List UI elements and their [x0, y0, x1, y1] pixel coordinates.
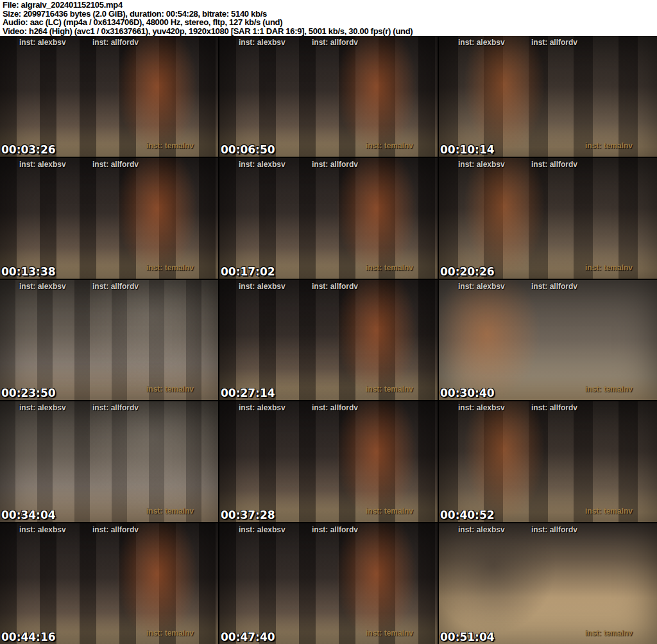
timestamp-overlay: 00:34:04: [1, 509, 56, 521]
timestamp-overlay: 00:27:14: [221, 387, 275, 399]
watermark-top-left: inst: alexbsv: [239, 403, 286, 412]
watermark-top-left: inst: alexbsv: [19, 160, 66, 169]
watermark-bottom: inst: temalnv: [585, 263, 633, 272]
file-name-line: File: algraiv_202401152105.mp4: [3, 1, 657, 10]
video-thumbnail: inst: alexbsv inst: allfordv inst: temal…: [439, 158, 657, 279]
thumbnail-image-placeholder: [0, 36, 218, 157]
file-metadata-header: File: algraiv_202401152105.mp4 Size: 209…: [0, 0, 657, 36]
watermark-top-right: inst: allfordv: [92, 160, 139, 169]
thumbnail-image-placeholder: [219, 280, 438, 401]
watermark-top-left: inst: alexbsv: [458, 160, 505, 169]
watermark-top-right: inst: allfordv: [531, 525, 577, 534]
timestamp-overlay: 00:13:38: [1, 265, 56, 278]
watermark-top-right: inst: allfordv: [531, 403, 577, 412]
video-thumbnail: inst: alexbsv inst: allfordv inst: temal…: [219, 280, 438, 401]
watermark-top-left: inst: alexbsv: [19, 525, 66, 534]
video-thumbnail: inst: alexbsv inst: allfordv inst: temal…: [0, 36, 218, 157]
watermark-top-right: inst: allfordv: [92, 525, 139, 534]
watermark-top-right: inst: allfordv: [312, 403, 358, 412]
thumbnail-image-placeholder: [219, 158, 438, 279]
video-thumbnail: inst: alexbsv inst: allfordv inst: temal…: [219, 401, 438, 522]
watermark-bottom: inst: temalnv: [585, 385, 633, 394]
thumbnail-image-placeholder: [219, 523, 438, 644]
watermark-top-left: inst: alexbsv: [458, 525, 505, 534]
timestamp-overlay: 00:47:40: [221, 631, 275, 643]
thumbnail-image-placeholder: [439, 158, 657, 279]
watermark-top-left: inst: alexbsv: [458, 403, 505, 412]
watermark-top-right: inst: allfordv: [312, 525, 358, 534]
timestamp-overlay: 00:10:14: [440, 143, 495, 156]
watermark-bottom: inst: temalnv: [585, 141, 633, 150]
watermark-top-right: inst: allfordv: [92, 38, 139, 47]
timestamp-overlay: 00:30:40: [440, 387, 495, 399]
watermark-top-left: inst: alexbsv: [19, 403, 66, 412]
watermark-bottom: inst: temalnv: [146, 385, 194, 394]
watermark-top-right: inst: allfordv: [531, 160, 577, 169]
thumbnail-image-placeholder: [219, 401, 438, 522]
thumbnail-image-placeholder: [0, 280, 218, 401]
watermark-top-left: inst: alexbsv: [239, 282, 286, 291]
video-thumbnail: inst: alexbsv inst: allfordv inst: temal…: [439, 401, 657, 522]
watermark-top-right: inst: allfordv: [312, 38, 358, 47]
thumbnail-image-placeholder: [439, 523, 657, 644]
file-size-line: Size: 2099716436 bytes (2.0 GiB), durati…: [3, 10, 657, 19]
timestamp-overlay: 00:51:04: [440, 631, 495, 643]
watermark-bottom: inst: temalnv: [366, 629, 413, 638]
timestamp-overlay: 00:37:28: [221, 509, 275, 521]
watermark-top-left: inst: alexbsv: [19, 282, 66, 291]
video-thumbnail: inst: alexbsv inst: allfordv inst: temal…: [439, 280, 657, 401]
watermark-bottom: inst: temalnv: [366, 385, 413, 394]
watermark-top-left: inst: alexbsv: [239, 38, 286, 47]
watermark-top-right: inst: allfordv: [531, 282, 577, 291]
watermark-top-left: inst: alexbsv: [239, 160, 286, 169]
watermark-top-left: inst: alexbsv: [239, 525, 286, 534]
timestamp-overlay: 00:23:50: [1, 387, 56, 399]
timestamp-overlay: 00:03:26: [1, 143, 56, 156]
watermark-bottom: inst: temalnv: [366, 141, 413, 150]
watermark-top-left: inst: alexbsv: [19, 38, 66, 47]
watermark-bottom: inst: temalnv: [146, 629, 194, 638]
thumbnail-image-placeholder: [439, 36, 657, 157]
timestamp-overlay: 00:44:16: [1, 631, 56, 643]
video-thumbnail: inst: alexbsv inst: allfordv inst: temal…: [0, 158, 218, 279]
watermark-top-right: inst: allfordv: [312, 282, 358, 291]
watermark-top-right: inst: allfordv: [531, 38, 577, 47]
watermark-bottom: inst: temalnv: [366, 263, 413, 272]
thumbnail-image-placeholder: [0, 158, 218, 279]
thumbnail-image-placeholder: [439, 280, 657, 401]
video-info-line: Video: h264 (High) (avc1 / 0x31637661), …: [3, 27, 657, 36]
video-thumbnail: inst: alexbsv inst: allfordv inst: temal…: [219, 36, 438, 157]
video-thumbnail: inst: alexbsv inst: allfordv inst: temal…: [439, 523, 657, 644]
timestamp-overlay: 00:06:50: [221, 143, 275, 156]
watermark-bottom: inst: temalnv: [585, 629, 633, 638]
watermark-bottom: inst: temalnv: [146, 263, 194, 272]
watermark-bottom: inst: temalnv: [146, 507, 194, 516]
watermark-top-right: inst: allfordv: [92, 403, 139, 412]
watermark-bottom: inst: temalnv: [146, 141, 194, 150]
watermark-top-right: inst: allfordv: [312, 160, 358, 169]
watermark-bottom: inst: temalnv: [585, 507, 633, 516]
watermark-top-left: inst: alexbsv: [458, 38, 505, 47]
video-thumbnail: inst: alexbsv inst: allfordv inst: temal…: [439, 36, 657, 157]
timestamp-overlay: 00:17:02: [221, 265, 275, 278]
video-thumbnail: inst: alexbsv inst: allfordv inst: temal…: [0, 280, 218, 401]
thumbnail-image-placeholder: [0, 401, 218, 522]
video-contact-sheet: File: algraiv_202401152105.mp4 Size: 209…: [0, 0, 657, 644]
audio-info-line: Audio: aac (LC) (mp4a / 0x6134706D), 480…: [3, 18, 657, 27]
timestamp-overlay: 00:40:52: [440, 509, 495, 521]
watermark-top-left: inst: alexbsv: [458, 282, 505, 291]
video-thumbnail: inst: alexbsv inst: allfordv inst: temal…: [219, 523, 438, 644]
thumbnail-image-placeholder: [219, 36, 438, 157]
timestamp-overlay: 00:20:26: [440, 265, 495, 278]
thumbnail-image-placeholder: [439, 401, 657, 522]
video-thumbnail: inst: alexbsv inst: allfordv inst: temal…: [0, 523, 218, 644]
watermark-top-right: inst: allfordv: [92, 282, 139, 291]
video-thumbnail: inst: alexbsv inst: allfordv inst: temal…: [0, 401, 218, 522]
watermark-bottom: inst: temalnv: [366, 507, 413, 516]
thumbnail-grid: inst: alexbsv inst: allfordv inst: temal…: [0, 36, 657, 644]
video-thumbnail: inst: alexbsv inst: allfordv inst: temal…: [219, 158, 438, 279]
thumbnail-image-placeholder: [0, 523, 218, 644]
